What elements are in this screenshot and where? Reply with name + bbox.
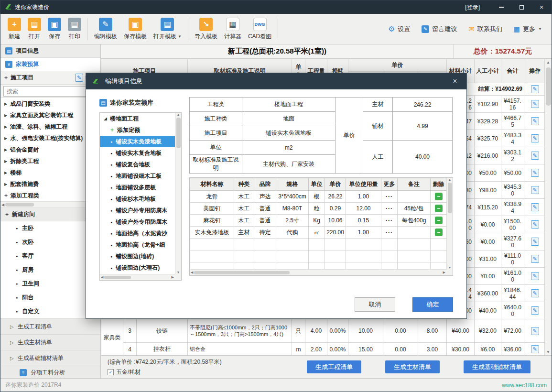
analysis-button[interactable]: ≡分项工料分析: [0, 366, 100, 378]
value-spec[interactable]: 主材代购、厂家安装: [242, 155, 336, 174]
cell-kind[interactable]: 木工: [234, 191, 254, 203]
edit-icon[interactable]: ✎: [531, 272, 539, 280]
dialog-close-button[interactable]: ×: [449, 77, 461, 86]
checkbox-checked-icon[interactable]: ✓: [108, 369, 114, 375]
scroll-thumb[interactable]: [448, 183, 452, 213]
cell-name[interactable]: 实木免漆地板: [190, 227, 234, 239]
delete-row-icon[interactable]: −: [435, 217, 443, 224]
materials-vertical-scrollbar[interactable]: ▲▼: [446, 178, 453, 269]
generate-project-list-button[interactable]: ▷生成工程清单: [0, 318, 100, 334]
edit-icon[interactable]: ✎: [531, 255, 539, 263]
cell-brand[interactable]: 声达: [254, 191, 276, 203]
scroll-up-icon[interactable]: ▲: [177, 113, 180, 116]
scroll-up-icon[interactable]: ▲: [545, 59, 552, 65]
materials-horizontal-scrollbar[interactable]: ◀▶: [190, 269, 446, 275]
scroll-track[interactable]: [194, 271, 442, 274]
quota-item[interactable]: ●地面铺设细木工板: [100, 170, 175, 182]
scroll-thumb[interactable]: [546, 67, 551, 106]
scroll-thumb[interactable]: [5, 203, 34, 207]
edit-icon[interactable]: ✎: [531, 238, 539, 246]
edit-icon[interactable]: ✎: [531, 186, 539, 194]
cell-unit[interactable]: 粒: [309, 203, 325, 215]
quota-item[interactable]: ●地面抬高（水泥黄沙: [100, 228, 175, 239]
cell-spec[interactable]: 2.5寸: [276, 215, 309, 227]
new-button[interactable]: + 新建: [4, 16, 24, 43]
scroll-right-icon[interactable]: ▶: [172, 275, 174, 279]
open-button[interactable]: ▤ 打开: [24, 16, 44, 43]
main-vertical-scrollbar[interactable]: ▲ ▼: [544, 59, 552, 355]
quota-item[interactable]: ●铺设杉木毛地板: [100, 193, 175, 205]
more-options-button[interactable]: ···: [386, 205, 393, 212]
login-link[interactable]: [登录]: [465, 3, 480, 11]
cell-name[interactable]: 龙骨: [190, 191, 234, 203]
cell-usage[interactable]: 1.00: [346, 227, 381, 239]
delete-row-icon[interactable]: −: [435, 229, 443, 236]
cell-name[interactable]: 美固钉: [190, 203, 234, 215]
value-aux-material[interactable]: 4.99: [393, 112, 453, 141]
edit-template-button[interactable]: ✎ 编辑模板: [91, 16, 120, 43]
cancel-button[interactable]: 取消: [355, 297, 395, 312]
maximize-button[interactable]: [511, 0, 531, 14]
edit-icon[interactable]: ✎: [531, 327, 539, 335]
scroll-left-icon[interactable]: ◀: [1, 203, 4, 207]
cell-note[interactable]: 每包400g: [398, 215, 431, 227]
website-link[interactable]: www.aec188.com: [502, 382, 547, 389]
scroll-down-icon[interactable]: ▼: [545, 348, 552, 355]
quota-item-selected[interactable]: ●铺设实木免漆地板: [100, 136, 175, 147]
cell-brand[interactable]: 待定: [254, 227, 276, 239]
cell-kind[interactable]: 木工: [234, 203, 254, 215]
search-input[interactable]: [3, 86, 97, 97]
settings-button[interactable]: ⚙ 设置: [382, 21, 416, 37]
cell-brand[interactable]: 普通: [254, 203, 276, 215]
quota-item[interactable]: ●铺设户外专用防腐木: [100, 205, 175, 216]
cell-brand[interactable]: 普通: [254, 215, 276, 227]
save-button[interactable]: ▣ 保存: [44, 16, 65, 43]
cad-viewer-button[interactable]: DWG CAD看图: [245, 16, 275, 43]
edit-icon[interactable]: ✎: [531, 220, 539, 229]
quota-item[interactable]: ●地面铺设多层板: [100, 182, 175, 193]
edit-icon[interactable]: ✎: [531, 345, 539, 353]
generate-material-list-button[interactable]: 生成主材清单: [385, 360, 440, 373]
generate-project-list-button[interactable]: 生成工程清单: [307, 360, 361, 373]
open-template-button[interactable]: ▤ 打开模板▼: [150, 16, 185, 43]
minimize-button[interactable]: [491, 0, 511, 14]
edit-icon[interactable]: ✎: [531, 306, 539, 315]
close-button[interactable]: ×: [531, 0, 552, 14]
cell-unit[interactable]: ㎡: [309, 227, 325, 239]
scroll-right-icon[interactable]: ▶: [443, 271, 445, 274]
edit-icon[interactable]: ✎: [531, 169, 539, 177]
import-template-button[interactable]: ↘ 导入模板: [191, 16, 221, 43]
edit-icon[interactable]: ✎: [531, 289, 539, 297]
cell-note[interactable]: 45粒/包: [398, 203, 431, 215]
cell-price[interactable]: 10.06: [325, 215, 346, 227]
generate-aux-list-button[interactable]: 生成基础辅材清单: [464, 360, 530, 373]
cell-unit[interactable]: Kg: [309, 215, 325, 227]
delete-row-icon[interactable]: −: [435, 193, 443, 200]
cell-spec[interactable]: M8-80T: [276, 203, 309, 215]
contact-button[interactable]: ✉ 联系我们: [463, 21, 508, 37]
edit-icon[interactable]: ✎: [531, 134, 539, 142]
scroll-track[interactable]: [104, 276, 170, 279]
cell-kind[interactable]: 主材: [234, 227, 254, 239]
cell-spec[interactable]: 3*5*400cm: [276, 191, 309, 203]
cell-usage[interactable]: 12.00: [346, 203, 381, 215]
cell-usage[interactable]: 1.00: [346, 191, 381, 203]
cell-price[interactable]: 0.29: [325, 203, 346, 215]
save-template-button[interactable]: ▣ 保存模板: [120, 16, 150, 43]
scroll-thumb[interactable]: [104, 276, 131, 279]
quota-item[interactable]: ●铺设实木复合地板: [100, 147, 175, 159]
cell-unit[interactable]: 根: [309, 191, 325, 203]
value-labor[interactable]: 40.00: [393, 141, 453, 174]
value-unit[interactable]: m2: [242, 141, 336, 155]
quota-category-node[interactable]: ◢楼地面工程: [100, 113, 175, 124]
value-main-material[interactable]: 246.22: [393, 98, 453, 112]
scroll-track[interactable]: [5, 203, 96, 207]
generate-aux-list-button[interactable]: ▷生成基础辅材清单: [0, 350, 100, 366]
quota-item[interactable]: ●铺设围边(大理石): [100, 262, 175, 273]
print-button[interactable]: ▤ 打印: [65, 16, 85, 43]
sidebar-item-project-info[interactable]: ▤ 项目信息: [0, 44, 100, 58]
cell-spec[interactable]: 代购: [276, 227, 309, 239]
cell-price[interactable]: 26.22: [325, 191, 346, 203]
value-item[interactable]: 铺设实木免漆地板: [242, 126, 336, 141]
edit-icon[interactable]: ✎: [531, 100, 539, 108]
